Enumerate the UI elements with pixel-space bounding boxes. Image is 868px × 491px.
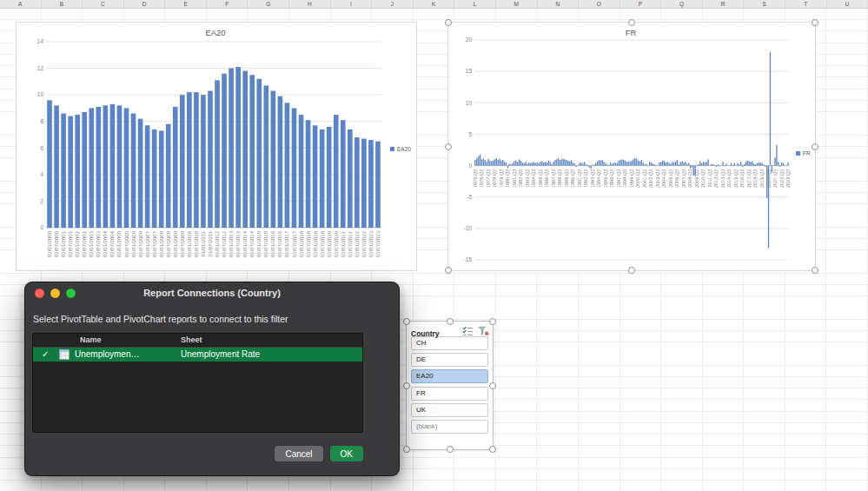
column-header-I[interactable]: I bbox=[331, 0, 373, 8]
column-header-P[interactable]: P bbox=[620, 0, 662, 8]
selection-handle[interactable] bbox=[489, 382, 496, 389]
slicer-item-blank[interactable]: (blank) bbox=[411, 420, 488, 434]
column-header-N[interactable]: N bbox=[538, 0, 580, 8]
slicer-title: Country bbox=[411, 329, 440, 338]
selection-handle[interactable] bbox=[628, 19, 635, 26]
svg-text:12: 12 bbox=[37, 65, 44, 71]
column-header-A[interactable]: A bbox=[0, 0, 42, 8]
column-header-K[interactable]: K bbox=[414, 0, 455, 8]
slicer-item-DE[interactable]: DE bbox=[411, 353, 488, 367]
svg-text:-5: -5 bbox=[467, 194, 472, 200]
column-header-B[interactable]: B bbox=[42, 0, 83, 8]
selection-handle[interactable] bbox=[445, 19, 452, 26]
svg-text:2004-Q2: 2004-Q2 bbox=[662, 169, 667, 188]
svg-text:01/07/2010: 01/07/2010 bbox=[194, 230, 199, 257]
slicer-item-EA20[interactable]: EA20 bbox=[411, 369, 488, 383]
column-header-C[interactable]: C bbox=[83, 0, 124, 8]
zoom-icon[interactable] bbox=[66, 289, 76, 298]
svg-text:01/07/2017: 01/07/2017 bbox=[292, 230, 297, 257]
svg-text:01/01/2004: 01/01/2004 bbox=[103, 230, 108, 257]
selection-handle[interactable] bbox=[628, 267, 635, 274]
svg-text:2016-Q2: 2016-Q2 bbox=[740, 169, 745, 188]
column-header-H[interactable]: H bbox=[289, 0, 331, 8]
column-header-J[interactable]: J bbox=[372, 0, 414, 8]
selection-handle[interactable] bbox=[403, 446, 410, 453]
selection-handle[interactable] bbox=[447, 318, 454, 325]
svg-text:-10: -10 bbox=[464, 225, 473, 231]
column-header-M[interactable]: M bbox=[496, 0, 538, 8]
svg-text:2020-Q2: 2020-Q2 bbox=[766, 169, 772, 188]
ok-button[interactable]: OK bbox=[330, 446, 363, 461]
svg-text:2013-Q2: 2013-Q2 bbox=[720, 169, 726, 188]
svg-text:01/01/2012: 01/01/2012 bbox=[215, 230, 220, 257]
svg-text:2012-Q2: 2012-Q2 bbox=[714, 169, 719, 188]
column-header-F[interactable]: F bbox=[207, 0, 248, 8]
svg-text:1997-Q2: 1997-Q2 bbox=[616, 169, 621, 188]
cancel-button[interactable]: Cancel bbox=[275, 446, 322, 461]
svg-text:2014-Q2: 2014-Q2 bbox=[727, 169, 732, 188]
selection-handle[interactable] bbox=[403, 382, 410, 389]
svg-text:01/01/2008: 01/01/2008 bbox=[159, 230, 164, 257]
svg-text:2022-Q2: 2022-Q2 bbox=[779, 169, 785, 188]
column-header-E[interactable]: E bbox=[165, 0, 207, 8]
svg-text:01/07/2013: 01/07/2013 bbox=[235, 230, 241, 257]
svg-text:EA20: EA20 bbox=[397, 146, 411, 152]
svg-text:1987-Q2: 1987-Q2 bbox=[551, 169, 556, 188]
column-header-S[interactable]: S bbox=[744, 0, 785, 8]
multi-select-icon[interactable] bbox=[462, 324, 474, 335]
column-header-T[interactable]: T bbox=[785, 0, 827, 8]
selection-handle[interactable] bbox=[489, 446, 496, 453]
column-header-sheet: Sheet bbox=[181, 334, 202, 347]
selection-handle[interactable] bbox=[445, 143, 452, 150]
column-header-L[interactable]: L bbox=[454, 0, 496, 8]
svg-text:2001-Q2: 2001-Q2 bbox=[642, 169, 647, 188]
selection-handle[interactable] bbox=[445, 267, 452, 274]
selection-handle[interactable] bbox=[812, 19, 818, 26]
column-header-D[interactable]: D bbox=[124, 0, 166, 8]
svg-text:01/01/2014: 01/01/2014 bbox=[242, 230, 248, 257]
selection-handle[interactable] bbox=[447, 446, 454, 453]
column-header-O[interactable]: O bbox=[579, 0, 620, 8]
svg-text:2017-Q2: 2017-Q2 bbox=[746, 169, 752, 188]
slicer-item-FR[interactable]: FR bbox=[411, 387, 488, 401]
svg-text:01/07/2023: 01/07/2023 bbox=[375, 230, 381, 257]
selection-handle[interactable] bbox=[812, 143, 818, 150]
report-sheet: Unemployment Rate bbox=[181, 348, 260, 362]
report-connections-dialog: Report Connections (Country) Select Pivo… bbox=[24, 282, 400, 476]
dialog-titlebar[interactable]: Report Connections (Country) bbox=[25, 282, 399, 303]
column-header-U[interactable]: U bbox=[827, 0, 868, 8]
chart-fr[interactable]: -15-10-505101520FR1975-Q21976-Q21977-Q21… bbox=[447, 22, 816, 271]
close-icon[interactable] bbox=[35, 289, 44, 298]
svg-text:1994-Q2: 1994-Q2 bbox=[597, 169, 602, 188]
minimize-icon[interactable] bbox=[50, 289, 60, 298]
svg-text:01/01/2006: 01/01/2006 bbox=[131, 230, 136, 257]
svg-text:1989-Q2: 1989-Q2 bbox=[564, 169, 569, 188]
svg-text:2021-Q2: 2021-Q2 bbox=[772, 169, 778, 188]
column-header-G[interactable]: G bbox=[248, 0, 289, 8]
report-row-unemployment[interactable]: ✓ Unemploymen… Unemployment Rate bbox=[33, 348, 362, 362]
svg-text:1990-Q2: 1990-Q2 bbox=[571, 169, 576, 188]
checkbox-checked-icon[interactable]: ✓ bbox=[42, 348, 49, 362]
svg-text:01/01/2018: 01/01/2018 bbox=[299, 230, 304, 257]
svg-text:01/01/2019: 01/01/2019 bbox=[313, 230, 318, 257]
slicer-item-UK[interactable]: UK bbox=[411, 403, 488, 417]
clear-filter-icon[interactable] bbox=[478, 324, 489, 335]
svg-text:EA20: EA20 bbox=[205, 28, 225, 37]
svg-text:01/01/2002: 01/01/2002 bbox=[75, 230, 80, 257]
country-slicer[interactable]: Country CHDEEA20FRUK(blank) bbox=[406, 321, 494, 450]
chart-ea20[interactable]: 02468101214EA2001/01/200001/07/200001/01… bbox=[16, 22, 417, 271]
column-header-Q[interactable]: Q bbox=[661, 0, 703, 8]
column-headers[interactable]: ABCDEFGHIJKLMNOPQRSTU bbox=[0, 0, 868, 9]
fr-chart-svg: -15-10-505101520FR1975-Q21976-Q21977-Q21… bbox=[448, 23, 813, 269]
svg-text:01/01/2022: 01/01/2022 bbox=[354, 230, 360, 257]
svg-text:01/07/2019: 01/07/2019 bbox=[320, 230, 325, 257]
selection-handle[interactable] bbox=[812, 267, 818, 274]
svg-text:01/01/2021: 01/01/2021 bbox=[341, 230, 346, 257]
svg-text:0: 0 bbox=[468, 163, 472, 169]
column-header-R[interactable]: R bbox=[703, 0, 745, 8]
svg-text:01/01/2013: 01/01/2013 bbox=[229, 230, 234, 257]
svg-text:2011-Q2: 2011-Q2 bbox=[707, 169, 712, 188]
svg-text:01/01/2009: 01/01/2009 bbox=[173, 230, 178, 257]
selection-handle[interactable] bbox=[403, 318, 410, 325]
selection-handle[interactable] bbox=[489, 318, 496, 325]
